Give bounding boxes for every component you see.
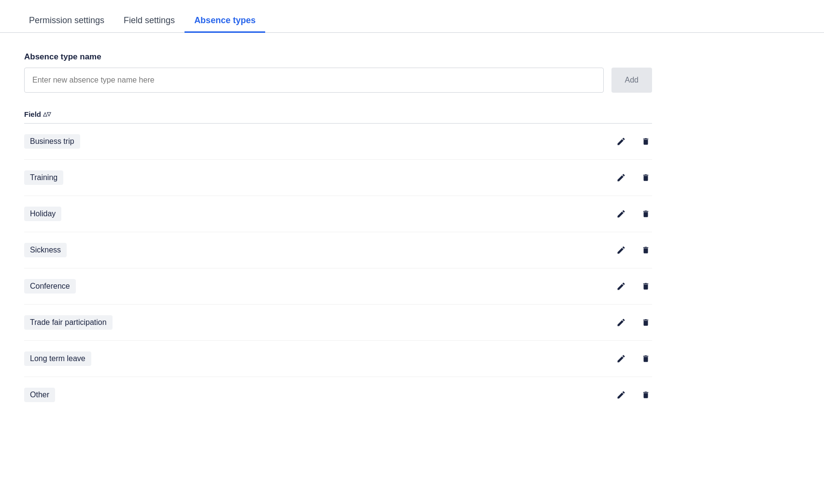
- edit-button[interactable]: [614, 316, 628, 329]
- sort-icon[interactable]: △▽: [43, 111, 51, 117]
- rows-container: Business trip Training Holiday Sickness: [24, 124, 652, 413]
- tab-permission[interactable]: Permission settings: [19, 10, 114, 33]
- absence-type-badge: Conference: [24, 279, 76, 294]
- table-row: Conference: [24, 268, 652, 305]
- row-actions: [614, 243, 652, 257]
- table-row: Holiday: [24, 196, 652, 232]
- absence-type-input[interactable]: [24, 68, 604, 93]
- edit-button[interactable]: [614, 243, 628, 257]
- row-actions: [614, 207, 652, 221]
- absence-type-badge: Other: [24, 388, 55, 402]
- edit-button[interactable]: [614, 207, 628, 221]
- row-actions: [614, 388, 652, 402]
- add-button[interactable]: Add: [611, 68, 652, 93]
- edit-button[interactable]: [614, 388, 628, 402]
- table-row: Other: [24, 377, 652, 413]
- delete-button[interactable]: [639, 352, 652, 365]
- absence-type-badge: Sickness: [24, 243, 67, 257]
- delete-button[interactable]: [639, 171, 652, 184]
- delete-button[interactable]: [639, 316, 652, 329]
- absence-type-badge: Long term leave: [24, 351, 91, 366]
- delete-button[interactable]: [639, 243, 652, 257]
- absence-type-badge: Trade fair participation: [24, 315, 113, 330]
- form-label: Absence type name: [24, 52, 652, 62]
- edit-button[interactable]: [614, 171, 628, 184]
- table-row: Long term leave: [24, 341, 652, 377]
- tab-field[interactable]: Field settings: [114, 10, 185, 33]
- add-absence-form: Add: [24, 68, 652, 93]
- absence-type-badge: Business trip: [24, 134, 80, 149]
- edit-button[interactable]: [614, 135, 628, 148]
- absence-type-badge: Holiday: [24, 207, 61, 221]
- row-actions: [614, 316, 652, 329]
- row-actions: [614, 135, 652, 148]
- row-actions: [614, 171, 652, 184]
- delete-button[interactable]: [639, 207, 652, 221]
- main-content: Absence type name Add Field △▽ Business …: [0, 33, 676, 432]
- edit-button[interactable]: [614, 280, 628, 293]
- delete-button[interactable]: [639, 280, 652, 293]
- delete-button[interactable]: [639, 388, 652, 402]
- absence-types-list: Field △▽ Business trip Training Holiday …: [24, 110, 652, 413]
- absence-type-badge: Training: [24, 170, 63, 185]
- field-column-label: Field: [24, 110, 41, 118]
- tabs-nav: Permission settings Field settings Absen…: [0, 0, 824, 33]
- table-row: Training: [24, 160, 652, 196]
- table-row: Trade fair participation: [24, 305, 652, 341]
- delete-button[interactable]: [639, 135, 652, 148]
- tab-absence[interactable]: Absence types: [185, 10, 265, 33]
- row-actions: [614, 352, 652, 365]
- edit-button[interactable]: [614, 352, 628, 365]
- field-header: Field △▽: [24, 110, 652, 124]
- row-actions: [614, 280, 652, 293]
- table-row: Business trip: [24, 124, 652, 160]
- table-row: Sickness: [24, 232, 652, 268]
